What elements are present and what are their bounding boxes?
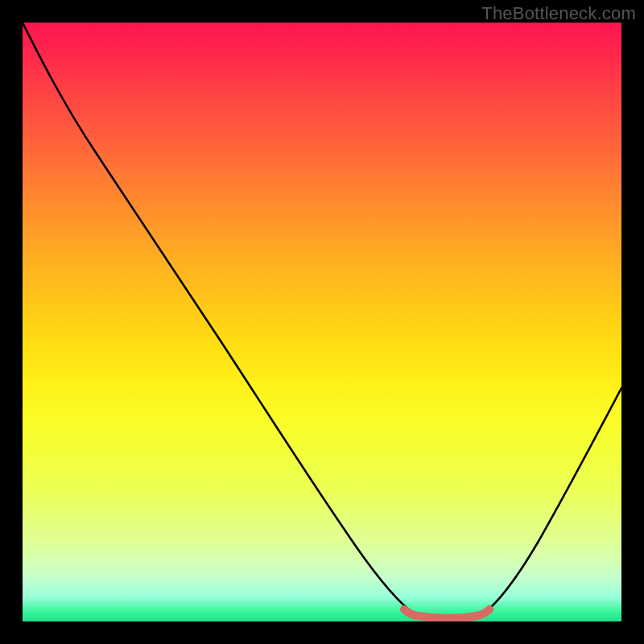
bottleneck-curve bbox=[23, 23, 621, 621]
watermark-text: TheBottleneck.com bbox=[481, 3, 636, 24]
optimal-range-marker bbox=[404, 609, 489, 618]
plot-area bbox=[23, 23, 621, 621]
curve-layer bbox=[23, 23, 621, 621]
chart-frame: TheBottleneck.com bbox=[0, 0, 644, 644]
